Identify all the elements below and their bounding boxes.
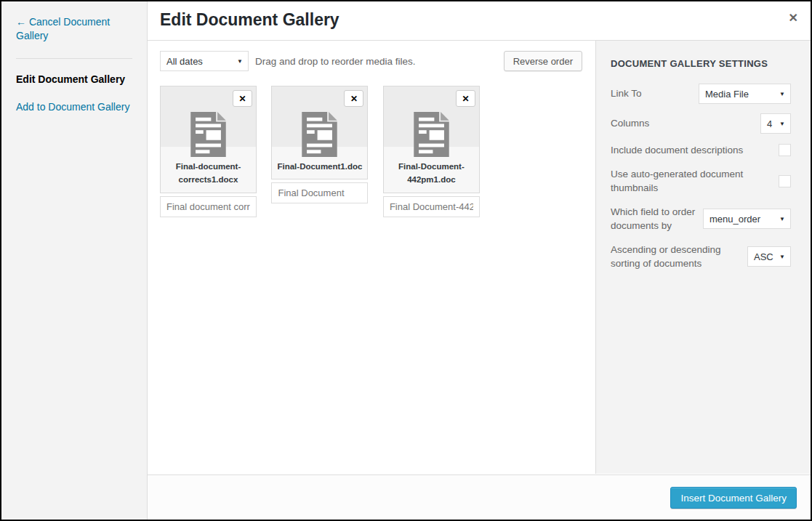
remove-icon[interactable]: ✕ xyxy=(233,90,252,107)
sort-order-select[interactable]: ASC ▼ xyxy=(747,246,791,267)
link-to-select[interactable]: Media File ▼ xyxy=(699,84,791,104)
remove-icon[interactable]: ✕ xyxy=(344,90,363,107)
caption-input[interactable] xyxy=(271,182,368,203)
columns-select[interactable]: 4 ▼ xyxy=(760,113,791,134)
attachments-list: Final-document-corrects1.docx ✕ xyxy=(148,71,595,217)
dropdown-arrow-icon: ▼ xyxy=(779,216,785,222)
dropdown-arrow-icon: ▼ xyxy=(779,254,785,260)
auto-thumbnails-label: Use auto-generated document thumbnails xyxy=(611,167,779,195)
setting-columns: Columns 4 ▼ xyxy=(611,113,791,134)
caption-input[interactable] xyxy=(383,196,480,217)
setting-link-to: Link To Media File ▼ xyxy=(611,84,791,104)
dropdown-arrow-icon: ▼ xyxy=(237,58,243,65)
order-field-select[interactable]: menu_order ▼ xyxy=(703,209,791,229)
gallery-settings-sidebar: DOCUMENT GALLERY SETTINGS Link To Media … xyxy=(595,41,811,474)
link-to-label: Link To xyxy=(611,86,649,101)
include-descriptions-checkbox[interactable] xyxy=(779,144,791,156)
insert-document-gallery-button[interactable]: Insert Document Gallery xyxy=(670,487,797,509)
remove-icon[interactable]: ✕ xyxy=(456,90,475,107)
attachments-toolbar: All dates ▼ Drag and drop to reorder med… xyxy=(148,41,595,71)
settings-heading: DOCUMENT GALLERY SETTINGS xyxy=(611,58,791,69)
sidebar-item-add-to-document-gallery[interactable]: Add to Document Gallery xyxy=(16,100,132,114)
setting-include-descriptions: Include document descriptions xyxy=(611,143,791,158)
setting-order-field: Which field to order documents by menu_o… xyxy=(611,205,791,233)
caption-input[interactable] xyxy=(160,196,257,217)
order-field-value: menu_order xyxy=(710,214,760,225)
order-field-label: Which field to order documents by xyxy=(611,205,703,233)
drag-drop-hint: Drag and drop to reorder media files. xyxy=(255,56,504,67)
close-icon[interactable]: ✕ xyxy=(789,12,798,24)
columns-value: 4 xyxy=(767,118,772,129)
edit-document-gallery-modal: ← Cancel Document Gallery Edit Document … xyxy=(0,0,812,521)
modal-header: Edit Document Gallery ✕ xyxy=(148,1,811,41)
setting-sort-order: Ascending or descending sorting of docum… xyxy=(611,243,791,271)
modal-footer-toolbar: Insert Document Gallery xyxy=(148,474,811,520)
attachment-item[interactable]: Final-document-corrects1.docx ✕ xyxy=(160,86,257,217)
sort-order-value: ASC xyxy=(754,251,773,262)
attachment-thumbnail[interactable]: Final-document-corrects1.docx ✕ xyxy=(160,86,257,193)
dropdown-arrow-icon: ▼ xyxy=(779,91,785,97)
auto-thumbnails-checkbox[interactable] xyxy=(779,175,791,187)
attachment-item[interactable]: Final-Document1.doc ✕ xyxy=(271,86,368,203)
sort-order-label: Ascending or descending sorting of docum… xyxy=(611,243,747,271)
include-descriptions-label: Include document descriptions xyxy=(611,143,750,158)
media-menu-sidebar: ← Cancel Document Gallery Edit Document … xyxy=(1,1,148,520)
date-filter-value: All dates xyxy=(166,56,203,67)
media-frame-content: All dates ▼ Drag and drop to reorder med… xyxy=(148,41,595,474)
page-title: Edit Document Gallery xyxy=(160,10,339,30)
menu-separator xyxy=(16,58,132,59)
sidebar-item-edit-document-gallery[interactable]: Edit Document Gallery xyxy=(16,73,132,85)
link-to-value: Media File xyxy=(705,89,749,100)
attachment-item[interactable]: Final-Document-442pm1.doc ✕ xyxy=(383,86,480,217)
date-filter-select[interactable]: All dates ▼ xyxy=(160,51,249,71)
cancel-document-gallery-link[interactable]: ← Cancel Document Gallery xyxy=(16,15,132,43)
attachment-thumbnail[interactable]: Final-Document-442pm1.doc ✕ xyxy=(383,86,480,193)
columns-label: Columns xyxy=(611,116,656,131)
dropdown-arrow-icon: ▼ xyxy=(779,121,785,127)
attachment-thumbnail[interactable]: Final-Document1.doc ✕ xyxy=(271,86,368,179)
setting-auto-thumbnails: Use auto-generated document thumbnails xyxy=(611,167,791,195)
reverse-order-button[interactable]: Reverse order xyxy=(504,51,582,71)
